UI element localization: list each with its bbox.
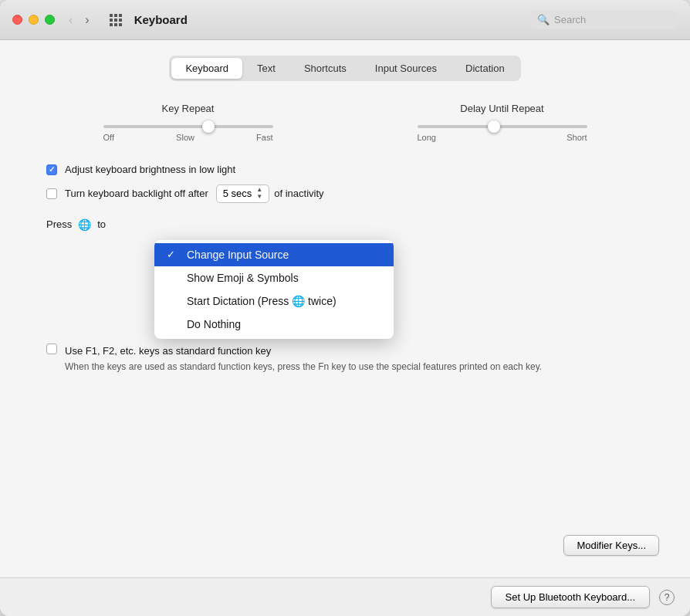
press-to-label: to: [97, 218, 106, 230]
bottom-buttons: Modifier Keys...: [31, 535, 659, 562]
dropdown-item-change-input[interactable]: ✓ Change Input Source: [154, 243, 394, 266]
press-label: Press: [46, 218, 72, 230]
brightness-label: Adjust keyboard brightness in low light: [65, 164, 235, 175]
backlight-suffix: of inactivity: [274, 188, 323, 199]
key-repeat-label: Key Repeat: [162, 103, 215, 114]
footer: Set Up Bluetooth Keyboard... ?: [0, 577, 690, 616]
minimize-button[interactable]: [29, 15, 39, 25]
delay-repeat-labels: Long Short: [418, 133, 587, 142]
dropdown-item-emoji[interactable]: Show Emoji & Symbols: [154, 266, 394, 289]
key-repeat-slow: Slow: [176, 133, 194, 142]
bluetooth-keyboard-button[interactable]: Set Up Bluetooth Keyboard...: [491, 586, 650, 608]
back-button[interactable]: ‹: [64, 12, 77, 29]
main-window: ‹ › Keyboard 🔍 Keyboard Text Shortcuts I…: [0, 0, 690, 616]
use-f1-section: Use F1, F2, etc. keys as standard functi…: [46, 344, 659, 374]
checkmark-icon: ✓: [49, 165, 55, 174]
delay-repeat-group: Delay Until Repeat Long Short: [418, 103, 587, 142]
tab-container: Keyboard Text Shortcuts Input Sources Di…: [169, 56, 520, 81]
dropdown-item-dictation[interactable]: Start Dictation (Press 🌐 twice): [154, 289, 394, 313]
sliders-row: Key Repeat Off Slow Fast Delay Until Rep…: [31, 103, 659, 142]
use-f1-row: Use F1, F2, etc. keys as standard functi…: [46, 344, 659, 374]
tab-text[interactable]: Text: [243, 58, 289, 79]
brightness-row: ✓ Adjust keyboard brightness in low ligh…: [46, 164, 659, 175]
traffic-lights: [12, 15, 55, 25]
key-repeat-labels: Off Slow Fast: [103, 133, 273, 142]
delay-repeat-thumb[interactable]: [488, 120, 500, 133]
dropdown-menu: ✓ Change Input Source Show Emoji & Symbo…: [154, 240, 394, 339]
use-f1-content: Use F1, F2, etc. keys as standard functi…: [65, 344, 542, 374]
stepper-box[interactable]: 5 secs ▲ ▼: [216, 184, 270, 203]
nav-buttons: ‹ ›: [64, 12, 94, 29]
brightness-checkbox[interactable]: ✓: [46, 164, 57, 175]
key-repeat-group: Key Repeat Off Slow Fast: [103, 103, 273, 142]
forward-button[interactable]: ›: [80, 12, 93, 29]
use-f1-description: When the keys are used as standard funct…: [65, 360, 542, 374]
app-grid-button[interactable]: [103, 12, 128, 28]
dropdown-item-label-1: Show Emoji & Symbols: [187, 272, 299, 284]
key-repeat-thumb[interactable]: [202, 120, 215, 133]
key-repeat-off: Off: [103, 133, 114, 142]
key-repeat-fast: Fast: [256, 133, 272, 142]
dropdown-item-label-3: Do Nothing: [187, 318, 241, 330]
search-box[interactable]: 🔍: [529, 11, 678, 29]
delay-short: Short: [567, 133, 587, 142]
search-input[interactable]: [554, 14, 670, 25]
tab-bar: Keyboard Text Shortcuts Input Sources Di…: [31, 56, 659, 81]
modifier-keys-button[interactable]: Modifier Keys...: [563, 535, 659, 556]
backlight-checkbox[interactable]: [46, 188, 57, 199]
stepper-arrows: ▲ ▼: [256, 187, 262, 201]
press-row: Press 🌐 to ✓ Change Input Source Show Em…: [46, 218, 659, 231]
search-icon: 🔍: [537, 14, 550, 25]
backlight-stepper: 5 secs ▲ ▼ of inactivity: [216, 184, 324, 203]
tab-keyboard[interactable]: Keyboard: [171, 58, 242, 79]
dropdown-item-label-0: Change Input Source: [187, 249, 289, 261]
content-area: Keyboard Text Shortcuts Input Sources Di…: [0, 40, 690, 577]
help-button[interactable]: ?: [659, 590, 675, 605]
maximize-button[interactable]: [45, 15, 55, 25]
stepper-value: 5 secs: [223, 188, 252, 199]
close-button[interactable]: [12, 15, 22, 25]
use-f1-label: Use F1, F2, etc. keys as standard functi…: [65, 345, 271, 357]
dropdown-item-nothing[interactable]: Do Nothing: [154, 313, 394, 336]
grid-icon: [110, 14, 122, 26]
delay-repeat-label: Delay Until Repeat: [460, 103, 543, 114]
tab-shortcuts[interactable]: Shortcuts: [290, 58, 360, 79]
key-repeat-track[interactable]: [103, 125, 273, 128]
backlight-row: Turn keyboard backlight off after 5 secs…: [46, 184, 659, 203]
checkmark-selected-icon: ✓: [167, 249, 181, 260]
dropdown-item-label-2: Start Dictation (Press 🌐 twice): [187, 295, 337, 307]
window-title: Keyboard: [134, 13, 529, 26]
backlight-label: Turn keyboard backlight off after: [65, 188, 208, 199]
use-f1-checkbox[interactable]: [46, 344, 57, 354]
delay-long: Long: [418, 133, 436, 142]
stepper-down-icon[interactable]: ▼: [256, 194, 262, 201]
tab-dictation[interactable]: Dictation: [452, 58, 519, 79]
tab-input-sources[interactable]: Input Sources: [361, 58, 451, 79]
titlebar: ‹ › Keyboard 🔍: [0, 0, 690, 40]
delay-repeat-track[interactable]: [418, 125, 587, 128]
globe-icon: 🌐: [78, 218, 91, 231]
